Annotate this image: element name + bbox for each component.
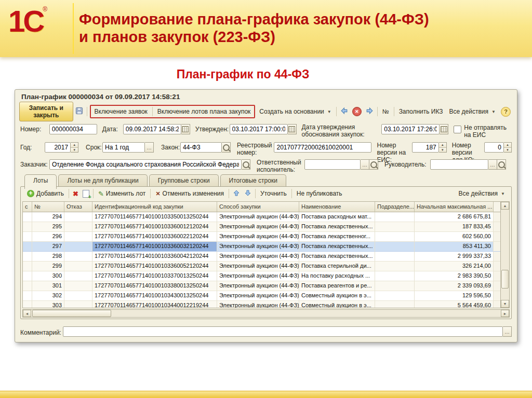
ellipsis-button[interactable]: … (361, 159, 369, 170)
lookup-button[interactable] (242, 159, 250, 170)
column-header-refusal[interactable]: Отказ (64, 202, 92, 212)
version-ko-spinner[interactable]: ▲▼ (504, 142, 512, 153)
cell-filler (494, 301, 500, 308)
not-publish-button[interactable]: Не публиковать (294, 188, 345, 199)
cell-name: На поставку расходных ... (299, 271, 375, 281)
comment-input[interactable] (63, 326, 503, 337)
registry-number-input[interactable] (274, 142, 371, 153)
column-header-department[interactable]: Подразделе... (375, 202, 415, 212)
cell-department (375, 252, 415, 262)
vscroll-track[interactable] (501, 210, 509, 300)
justification-date-input[interactable] (381, 124, 440, 134)
create-based-on-button[interactable]: Создать на основании▼ (256, 106, 334, 117)
tab-group-rows[interactable]: Групповые строки (149, 174, 219, 187)
responsible-input[interactable] (304, 159, 361, 170)
version-ko-input[interactable] (484, 142, 504, 153)
registered-icon: ® (43, 6, 47, 13)
table-row[interactable]: 300 172770701146577140100103370013250244… (23, 271, 500, 281)
column-header-max-price[interactable]: Начальная максимальная ... (415, 202, 494, 212)
ellipsis-button[interactable]: … (145, 142, 154, 153)
horizontal-scrollbar[interactable]: ◄ ► (22, 309, 510, 318)
justification-date-field (381, 124, 448, 134)
include-bids-button[interactable]: Включение заявок (91, 106, 151, 117)
law-input[interactable] (180, 142, 222, 153)
save-button[interactable] (73, 105, 85, 118)
year-input[interactable] (45, 142, 71, 153)
vertical-scrollbar[interactable]: ▲ ▼ (500, 202, 509, 308)
number-sign-button[interactable]: № (379, 106, 392, 117)
fill-ikz-button[interactable]: Заполнить ИКЗ (396, 106, 446, 117)
edit-lot-button[interactable]: ✎ Изменить лот (95, 188, 149, 199)
column-header-method[interactable]: Способ закупки (217, 202, 299, 212)
table-row[interactable]: 301 172770701146577140100103380013250244… (23, 281, 500, 291)
add-button[interactable]: + Добавить (24, 188, 67, 199)
approved-input[interactable] (230, 124, 288, 134)
save-close-button[interactable]: Записать и закрыть (19, 102, 73, 121)
table-row[interactable]: 298 172770701146577140100103360042120244… (23, 252, 500, 262)
cell-max-price: 5 564 459,60 (415, 301, 494, 308)
cell-method: Электронный аукцион (44-ФЗ) (217, 281, 299, 291)
table-row[interactable]: 302 172770701146577140100103430013250244… (23, 291, 500, 301)
column-header-number[interactable]: № (32, 202, 64, 212)
field-row-3: Заказчик: Ответственный исполнитель: … Р… (20, 159, 512, 174)
scroll-down-button[interactable]: ▼ (501, 300, 509, 308)
help-button[interactable]: ? (499, 105, 513, 118)
scroll-up-button[interactable]: ▲ (501, 202, 509, 210)
scroll-right-button[interactable]: ► (501, 310, 509, 317)
table-row[interactable]: 303 172770701146577140100103440012219244… (23, 301, 500, 308)
cell-max-price: 2 999 337,33 (415, 252, 494, 262)
navigate-forward-button[interactable] (364, 105, 376, 118)
cell-number: 302 (32, 291, 64, 301)
move-down-button[interactable] (242, 188, 254, 200)
ellipsis-button[interactable]: … (488, 159, 497, 170)
refine-button[interactable]: Уточнить (257, 188, 290, 199)
cell-number: 301 (32, 281, 64, 291)
hscroll-thumb[interactable] (32, 310, 111, 317)
calendar-button[interactable] (288, 124, 297, 134)
navigate-back-button[interactable] (338, 105, 350, 118)
cell-max-price: 2 686 675,81 (415, 212, 494, 222)
cell-status (23, 271, 32, 281)
cancel-marked-button[interactable]: ✕ (350, 105, 364, 118)
lookup-button[interactable] (497, 159, 506, 170)
table-row[interactable]: 299 172770701146577140100103360052120244… (23, 262, 500, 271)
table-all-actions-button[interactable]: Все действия▼ (456, 188, 508, 199)
cancel-changes-button[interactable]: ✕ Отменить изменения (152, 188, 227, 199)
version-eis-input[interactable] (412, 142, 439, 153)
customer-input[interactable] (49, 159, 242, 170)
vscroll-thumb[interactable] (501, 270, 509, 289)
lots-panel: + Добавить ✖ ✎ Изменить лот ✕ Отменить и… (20, 186, 512, 319)
column-header-ikz[interactable]: Идентификационный код закупки (92, 202, 217, 212)
calendar-button[interactable] (440, 124, 448, 134)
delete-button[interactable]: ✖ (71, 189, 81, 199)
term-input[interactable] (102, 142, 145, 153)
lookup-button[interactable] (369, 159, 378, 170)
copy-button[interactable] (81, 188, 91, 199)
ellipsis-button[interactable]: … (503, 326, 512, 337)
date-input[interactable] (123, 124, 181, 134)
table-row[interactable]: 295 172770701146577140100103360012120244… (23, 222, 500, 232)
column-header-status[interactable]: с (23, 202, 32, 212)
version-eis-spinner[interactable]: ▲▼ (439, 142, 447, 153)
tab-lots[interactable]: Лоты (24, 174, 57, 189)
all-actions-button[interactable]: Все действия▼ (446, 106, 499, 117)
move-up-button[interactable] (231, 188, 242, 200)
tab-lots-not-published[interactable]: Лоты не для публикации (58, 174, 147, 187)
lookup-button[interactable] (222, 142, 231, 153)
cell-ikz: 172770701146577140100103360032120244 (92, 242, 217, 252)
scroll-left-button[interactable]: ◄ (23, 310, 31, 317)
table-row[interactable]: 297 172770701146577140100103360032120244… (23, 242, 500, 252)
calendar-button[interactable] (181, 124, 190, 134)
x-icon: ✕ (155, 191, 160, 197)
year-spinner[interactable]: ▲▼ (71, 142, 78, 153)
tab-total-rows[interactable]: Итоговые строки (220, 174, 286, 187)
hscroll-track[interactable] (31, 310, 501, 317)
table-row[interactable]: 294 172770701146577140100103350013250244… (23, 212, 500, 222)
no-send-eis-checkbox[interactable] (454, 126, 461, 133)
responsible-field: … (304, 159, 378, 170)
number-input[interactable] (49, 124, 97, 134)
column-header-name[interactable]: Наименование (299, 202, 375, 212)
manager-input[interactable] (430, 159, 488, 170)
table-row[interactable]: 296 172770701146577140100103360022120244… (23, 232, 500, 242)
include-lots-button[interactable]: Включение лотов плана закупок (154, 106, 254, 117)
